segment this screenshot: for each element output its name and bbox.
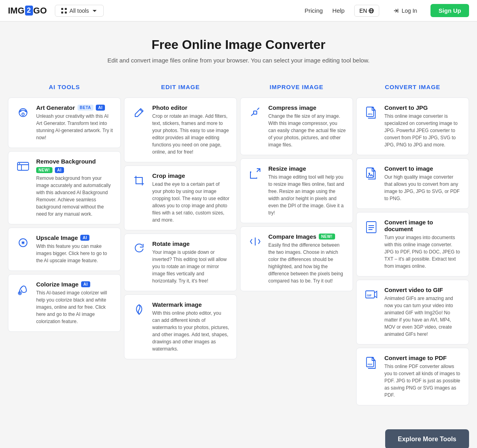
art-generator-icon bbox=[15, 104, 31, 121]
tool-card-compress-image[interactable]: Compress imageChange the file size of an… bbox=[240, 97, 353, 155]
tool-card-compare-images[interactable]: Compare ImagesNEW!Easily find the differ… bbox=[240, 226, 353, 291]
svg-text:PDF: PDF bbox=[368, 363, 372, 366]
language-button[interactable]: EN bbox=[354, 5, 379, 17]
chevron-down-icon bbox=[91, 8, 98, 14]
crop-image-title: Crop image bbox=[152, 172, 230, 179]
convert-to-image-icon bbox=[363, 165, 380, 182]
logo[interactable]: IMG 2 GO bbox=[8, 6, 47, 16]
all-tools-button[interactable]: All tools bbox=[55, 5, 104, 17]
remove-background-title: Remove BackgroundNEW!AI bbox=[36, 158, 114, 173]
tool-card-convert-image-to-document[interactable]: Convert image to documentTurn your image… bbox=[356, 212, 469, 277]
header-nav: Pricing Help EN Log In Sign Up bbox=[304, 4, 469, 17]
signup-button[interactable]: Sign Up bbox=[430, 4, 469, 17]
tool-card-rotate-image[interactable]: Rotate imageYour image is upside down or… bbox=[124, 234, 237, 291]
convert-video-to-gif-title: Convert video to GIF bbox=[384, 286, 462, 293]
svg-point-16 bbox=[18, 292, 21, 295]
convert-video-to-gif-content: Convert video to GIFAnimated GIFs are am… bbox=[384, 286, 462, 338]
remove-background-badge-new: NEW! bbox=[36, 167, 52, 173]
compare-images-desc: Easily find the difference between the t… bbox=[268, 242, 346, 284]
upscale-image-desc: With this feature you can make images bi… bbox=[36, 243, 114, 264]
convert-to-jpg-content: Convert to JPGThis online image converte… bbox=[384, 104, 462, 148]
watermark-image-content: Watermark imageWith this online photo ed… bbox=[152, 301, 230, 353]
hero-section: Free Online Image Converter Edit and con… bbox=[0, 21, 477, 72]
rotate-image-icon bbox=[131, 240, 147, 257]
compare-images-badge-new: NEW! bbox=[319, 234, 335, 240]
tool-card-remove-background[interactable]: Remove BackgroundNEW!AIRemove background… bbox=[8, 151, 121, 224]
header: IMG 2 GO All tools Pricing Help EN bbox=[0, 0, 477, 21]
convert-image-to-document-desc: Turn your images into documents with thi… bbox=[384, 234, 462, 270]
resize-image-desc: This image editing tool will help you to… bbox=[268, 173, 346, 216]
convert-image-to-pdf-content: Convert image to PDFThis online PDF conv… bbox=[384, 355, 462, 399]
resize-image-content: Resize imageThis image editing tool will… bbox=[268, 165, 346, 216]
help-link[interactable]: Help bbox=[332, 7, 345, 14]
tool-card-convert-to-jpg[interactable]: JPGConvert to JPGThis online image conve… bbox=[356, 97, 469, 155]
tool-card-photo-editor[interactable]: Photo editorCrop or rotate an image. Add… bbox=[124, 97, 237, 162]
upscale-image-content: Upscale ImageAIWith this feature you can… bbox=[36, 234, 114, 264]
convert-to-image-content: Convert to imageOur high quality image c… bbox=[384, 165, 462, 202]
crop-image-content: Crop imageLead the eye to a certain part… bbox=[152, 172, 230, 224]
svg-rect-1 bbox=[65, 8, 67, 10]
svg-point-12 bbox=[19, 163, 20, 164]
explore-more-section: Explore More Tools bbox=[0, 423, 477, 448]
svg-rect-0 bbox=[61, 8, 63, 10]
art-generator-content: Art GeneratorBETAAIUnleash your creativi… bbox=[36, 104, 114, 141]
rotate-image-title: Rotate image bbox=[152, 240, 230, 247]
crop-image-desc: Lead the eye to a certain part of your p… bbox=[152, 181, 230, 224]
convert-video-to-gif-desc: Animated GIFs are amazing and now you ca… bbox=[384, 295, 462, 338]
colorize-image-title: Colorize ImageAI bbox=[36, 281, 114, 288]
watermark-image-desc: With this online photo editor, you can a… bbox=[152, 310, 230, 353]
resize-image-title: Resize image bbox=[268, 165, 346, 172]
column-header-edit: EDIT IMAGE bbox=[122, 80, 238, 96]
column-header-ai: AI TOOLS bbox=[6, 80, 122, 96]
globe-icon bbox=[368, 8, 374, 14]
art-generator-badge-ai: AI bbox=[96, 105, 105, 111]
colorize-image-badge-ai: AI bbox=[81, 281, 90, 287]
rotate-image-content: Rotate imageYour image is upside down or… bbox=[152, 240, 230, 284]
watermark-image-icon bbox=[131, 301, 147, 318]
art-generator-desc: Unleash your creativity with this AI Art… bbox=[36, 113, 114, 141]
explore-more-button[interactable]: Explore More Tools bbox=[385, 429, 469, 448]
rotate-image-desc: Your image is upside down or inverted? T… bbox=[152, 249, 230, 284]
svg-rect-23 bbox=[366, 222, 376, 233]
column-header-improve: IMPROVE IMAGE bbox=[238, 80, 355, 96]
svg-rect-18 bbox=[250, 172, 251, 172]
convert-video-to-gif-icon: GIF bbox=[363, 286, 380, 303]
watermark-image-title: Watermark image bbox=[152, 301, 230, 308]
login-button[interactable]: Log In bbox=[389, 5, 421, 16]
convert-image-to-document-content: Convert image to documentTurn your image… bbox=[384, 219, 462, 270]
tool-card-upscale-image[interactable]: Upscale ImageAIWith this feature you can… bbox=[8, 228, 121, 271]
convert-to-image-desc: Our high quality image converter that al… bbox=[384, 173, 462, 202]
photo-editor-icon bbox=[131, 104, 147, 121]
login-icon bbox=[393, 8, 399, 14]
svg-point-10 bbox=[22, 113, 24, 115]
tool-card-colorize-image[interactable]: Colorize ImageAIThis AI-based image colo… bbox=[8, 274, 121, 332]
column-improve: IMPROVE IMAGECompress imageChange the fi… bbox=[238, 80, 355, 407]
convert-to-jpg-desc: This online image converter is specializ… bbox=[384, 113, 462, 148]
convert-to-image-title: Convert to image bbox=[384, 165, 462, 172]
svg-text:GIF: GIF bbox=[367, 294, 372, 297]
photo-editor-title: Photo editor bbox=[152, 104, 230, 111]
column-convert: CONVERT IMAGEJPGConvert to JPGThis onlin… bbox=[355, 80, 471, 407]
column-header-convert: CONVERT IMAGE bbox=[355, 80, 471, 96]
convert-to-jpg-title: Convert to JPG bbox=[384, 104, 462, 111]
grid-icon bbox=[61, 8, 67, 14]
tool-card-convert-video-to-gif[interactable]: GIFConvert video to GIFAnimated GIFs are… bbox=[356, 280, 469, 345]
convert-image-to-document-title: Convert image to document bbox=[384, 219, 462, 232]
svg-rect-2 bbox=[61, 12, 63, 14]
tool-card-convert-image-to-pdf[interactable]: PDFConvert image to PDFThis online PDF c… bbox=[356, 348, 469, 405]
remove-background-icon bbox=[15, 158, 31, 175]
photo-editor-desc: Crop or rotate an image. Add filters, te… bbox=[152, 113, 230, 156]
colorize-image-icon bbox=[15, 281, 31, 298]
hero-title: Free Online Image Converter bbox=[8, 37, 469, 52]
tool-card-art-generator[interactable]: Art GeneratorBETAAIUnleash your creativi… bbox=[8, 97, 121, 148]
tool-card-crop-image[interactable]: Crop imageLead the eye to a certain part… bbox=[124, 166, 237, 230]
tool-card-convert-to-image[interactable]: Convert to imageOur high quality image c… bbox=[356, 158, 469, 209]
svg-point-15 bbox=[22, 242, 24, 244]
upscale-image-icon bbox=[15, 234, 31, 251]
pricing-link[interactable]: Pricing bbox=[304, 7, 323, 14]
tool-card-watermark-image[interactable]: Watermark imageWith this online photo ed… bbox=[124, 294, 237, 359]
art-generator-title: Art GeneratorBETAAI bbox=[36, 104, 114, 111]
compare-images-title: Compare ImagesNEW! bbox=[268, 233, 346, 240]
tool-card-resize-image[interactable]: Resize imageThis image editing tool will… bbox=[240, 158, 353, 223]
convert-image-to-pdf-title: Convert image to PDF bbox=[384, 355, 462, 361]
